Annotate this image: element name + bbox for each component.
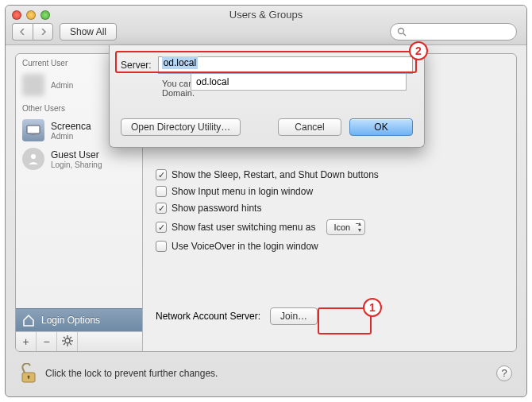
svg-rect-16 <box>28 377 29 379</box>
checkbox[interactable]: ✓ <box>156 222 167 233</box>
avatar <box>22 119 44 141</box>
option-row: ✓ Show fast user switching menu as Icon … <box>156 219 505 235</box>
add-user-button[interactable]: + <box>16 332 37 351</box>
minimize-icon[interactable] <box>26 10 36 20</box>
show-all-button[interactable]: Show All <box>60 23 117 41</box>
user-role: Admin <box>51 81 73 90</box>
user-name: Guest User <box>51 149 102 160</box>
cancel-button[interactable]: Cancel <box>278 118 341 136</box>
home-icon <box>22 314 35 327</box>
chevron-right-icon <box>40 29 46 35</box>
unlocked-lock-icon[interactable] <box>20 363 37 384</box>
login-options-label: Login Options <box>41 315 100 326</box>
window: Users & Groups Show All Current User <box>5 5 527 397</box>
server-label: Server: <box>121 60 152 71</box>
checkbox[interactable] <box>156 186 167 197</box>
user-name: Screenca <box>51 121 91 132</box>
gear-icon <box>62 335 73 346</box>
avatar <box>22 148 44 170</box>
lock-text: Click the lock to prevent further change… <box>45 368 218 379</box>
svg-rect-2 <box>27 126 40 133</box>
checkbox[interactable]: ✓ <box>156 203 167 214</box>
zoom-icon[interactable] <box>40 10 50 20</box>
option-label: Show fast user switching menu as <box>172 222 315 233</box>
login-options-button[interactable]: Login Options <box>16 308 142 331</box>
person-icon <box>26 152 40 166</box>
option-row: Show Input menu in login window <box>156 186 505 197</box>
nav-segment <box>12 23 53 41</box>
option-row: ✓ Show the Sleep, Restart, and Shut Down… <box>156 169 505 180</box>
svg-line-1 <box>403 33 406 36</box>
select-value: Icon <box>333 222 350 232</box>
user-role: Admin <box>51 132 91 141</box>
svg-point-0 <box>399 29 404 34</box>
svg-line-10 <box>64 337 65 338</box>
checkbox[interactable] <box>156 241 167 252</box>
chevron-left-icon <box>20 29 26 35</box>
network-account-row: Network Account Server: Join… <box>156 307 505 325</box>
annotation-callout-2: 2 <box>409 41 428 60</box>
autocomplete-item[interactable]: od.local <box>196 76 229 87</box>
open-directory-utility-button[interactable]: Open Directory Utility… <box>121 118 241 136</box>
annotation-callout-1: 1 <box>363 298 382 317</box>
user-role: Login, Sharing <box>51 160 102 169</box>
server-input[interactable]: od.local <box>158 56 413 74</box>
close-icon[interactable] <box>12 10 21 20</box>
window-controls <box>12 10 50 20</box>
svg-point-5 <box>65 338 70 343</box>
fast-switch-select[interactable]: Icon ▴▾ <box>326 219 365 235</box>
lock-bar: Click the lock to prevent further change… <box>20 363 512 384</box>
option-label: Use VoiceOver in the login window <box>172 241 318 252</box>
svg-line-12 <box>70 337 71 338</box>
option-row: ✓ Show password hints <box>156 203 505 214</box>
checkbox[interactable]: ✓ <box>156 169 167 180</box>
window-title: Users & Groups <box>6 6 526 21</box>
other-user-row[interactable]: Guest User Login, Sharing <box>16 145 142 173</box>
option-label: Show Input menu in login window <box>172 186 313 197</box>
svg-line-11 <box>70 343 71 345</box>
svg-point-4 <box>31 154 36 159</box>
toolbar: Show All <box>12 23 117 41</box>
nav-forward-button[interactable] <box>33 23 53 41</box>
updown-icon: ▴▾ <box>358 221 361 234</box>
titlebar: Users & Groups Show All <box>6 6 526 45</box>
search-field[interactable] <box>390 23 517 41</box>
search-input[interactable] <box>411 27 510 37</box>
svg-rect-3 <box>31 133 36 135</box>
avatar <box>22 74 44 96</box>
option-row: Use VoiceOver in the login window <box>156 241 505 252</box>
help-button[interactable]: ? <box>496 365 512 381</box>
svg-line-13 <box>64 343 65 345</box>
search-icon <box>397 27 407 37</box>
action-menu-button[interactable] <box>57 332 78 351</box>
sidebar-actions: + − <box>16 331 142 351</box>
option-label: Show the Sleep, Restart, and Shut Down b… <box>172 169 379 180</box>
option-label: Show password hints <box>172 203 261 214</box>
server-input-value: od.local <box>162 56 198 69</box>
nav-back-button[interactable] <box>12 23 33 41</box>
join-button[interactable]: Join… <box>270 307 318 325</box>
remove-user-button[interactable]: − <box>37 332 57 351</box>
server-sheet: Server: od.local You can e Domain. od.lo… <box>109 45 425 148</box>
autocomplete-dropdown[interactable]: od.local <box>191 74 407 91</box>
nas-label: Network Account Server: <box>156 311 260 322</box>
display-icon <box>26 125 40 136</box>
ok-button[interactable]: OK <box>349 118 413 136</box>
